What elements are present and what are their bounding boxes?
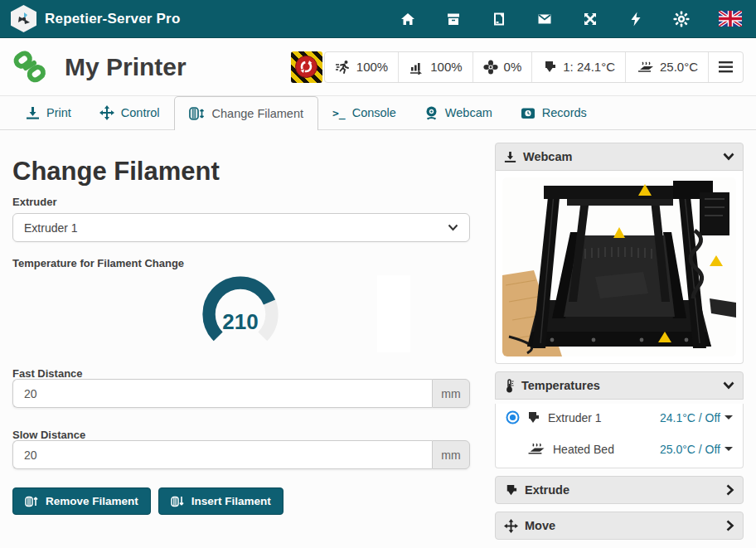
printer-connected-icon	[12, 50, 48, 85]
brand-home-link[interactable]: Repetier-Server Pro	[0, 5, 180, 32]
webcam-panel: Webcam	[495, 143, 744, 364]
chevron-right-icon	[726, 520, 734, 531]
bed-temp-row: Heated Bed 25.0°C / Off	[496, 435, 743, 463]
move-panel-header[interactable]: Move	[495, 512, 744, 540]
temperatures-panel-body: Extruder 1 24.1°C / Off Heated Bed	[495, 404, 744, 468]
slow-distance-group: mm	[12, 440, 470, 469]
speed-value: 100%	[356, 60, 388, 74]
page-title: Change Filament	[12, 157, 220, 187]
temperature-label: Temperature for Filament Change	[12, 257, 184, 269]
fan-icon	[483, 60, 498, 75]
navbar-menu	[400, 11, 756, 27]
extrude-panel-header[interactable]: Extrude	[495, 476, 744, 504]
gauge-value: 210	[189, 309, 292, 335]
tab-console[interactable]: >_ Console	[318, 96, 410, 129]
slow-distance-input[interactable]	[12, 440, 432, 469]
emergency-stop-button[interactable]	[291, 51, 322, 83]
filament-up-icon	[25, 494, 39, 508]
webcam-panel-header[interactable]: Webcam	[495, 143, 744, 171]
extruder-nozzle-icon	[526, 410, 540, 425]
extruder-nozzle-icon	[504, 483, 518, 497]
caret-down-icon	[724, 415, 733, 419]
printer-status-bar: 100% 100%	[324, 51, 744, 83]
slow-distance-unit: mm	[432, 440, 470, 469]
tab-print[interactable]: Print	[12, 96, 85, 129]
extruder-temp-value: 1: 24.1°C	[563, 60, 615, 74]
bed-temp-dropdown[interactable]: 25.0°C / Off	[660, 443, 733, 456]
extruder-label: Extruder	[12, 196, 56, 208]
flow-value: 100%	[430, 60, 462, 74]
fast-distance-unit: mm	[432, 379, 470, 408]
heated-bed-icon	[636, 60, 654, 75]
temperature-gauge[interactable]: 210	[189, 268, 292, 361]
filament-down-icon	[171, 494, 185, 508]
chevron-down-icon	[723, 153, 734, 161]
fan-value: 0%	[504, 60, 522, 74]
extruder-nozzle-icon	[542, 60, 557, 75]
temperatures-panel-header[interactable]: Temperatures	[495, 371, 744, 400]
tab-control[interactable]: Control	[85, 96, 174, 129]
tab-change-filament[interactable]: Change Filament	[174, 96, 318, 130]
heated-bed-icon	[526, 441, 545, 457]
extruder-temp-dropdown[interactable]: 24.1°C / Off	[660, 411, 733, 424]
fast-distance-input[interactable]	[12, 379, 432, 408]
extruder-select[interactable]: Extruder 1	[12, 213, 470, 242]
printer-menu-button[interactable]	[709, 52, 743, 82]
emergency-stop-icon	[295, 56, 317, 78]
speed-runner-icon	[335, 60, 351, 75]
fan-status[interactable]: 0%	[473, 52, 533, 82]
console-icon: >_	[332, 107, 346, 119]
bed-temp-status[interactable]: 25.0°C	[626, 52, 709, 82]
bed-temp-value: 25.0°C	[660, 60, 698, 74]
move-arrows-icon	[504, 519, 518, 533]
insert-filament-button[interactable]: Insert Filament	[158, 487, 284, 515]
tab-records[interactable]: Records	[506, 96, 601, 129]
extruder-name: Extruder 1	[548, 411, 602, 424]
flow-multiplier[interactable]: 100%	[399, 52, 472, 82]
move-panel: Move	[495, 512, 744, 540]
chevron-right-icon	[726, 484, 734, 496]
printer-tabbar: Print Control Change Filament >_ Console	[0, 96, 756, 130]
fullscreen-icon[interactable]	[582, 11, 598, 27]
extruder-temp-row: Extruder 1 24.1°C / Off	[496, 404, 743, 431]
fast-distance-group: mm	[12, 379, 470, 408]
extruder-temp-status[interactable]: 1: 24.1°C	[532, 52, 626, 82]
connection-icon[interactable]	[628, 11, 644, 27]
extruder-radio-icon[interactable]	[506, 410, 520, 424]
bed-name: Heated Bed	[553, 443, 614, 456]
repetier-server-window: Repetier-Server Pro	[0, 0, 756, 548]
hamburger-menu-icon	[719, 61, 733, 73]
language-flag-uk-icon[interactable]	[719, 11, 742, 27]
thermometer-icon	[504, 379, 515, 393]
chevron-down-icon	[723, 381, 734, 390]
brand-name: Repetier-Server Pro	[45, 11, 180, 27]
select-chevron-down-icon	[448, 224, 458, 231]
gauge-slider-placeholder	[377, 275, 410, 352]
fast-distance-label: Fast Distance	[12, 367, 83, 380]
printer-header: My Printer 100	[0, 38, 756, 96]
extruder-select-value: Extruder 1	[24, 221, 78, 235]
right-sidebar: Webcam	[495, 143, 744, 547]
printer-title: My Printer	[65, 53, 187, 81]
speed-multiplier[interactable]: 100%	[325, 52, 399, 82]
temperatures-panel: Temperatures Extruder 1	[495, 371, 744, 468]
flow-bars-icon	[409, 60, 424, 75]
gcode-storage-icon[interactable]	[445, 11, 462, 27]
printer-icon	[504, 151, 516, 163]
top-navbar: Repetier-Server Pro	[0, 0, 756, 38]
projects-icon[interactable]	[491, 11, 507, 27]
extrude-panel: Extrude	[495, 476, 744, 504]
remove-filament-button[interactable]: Remove Filament	[12, 487, 151, 515]
webcam-image	[502, 177, 736, 356]
home-icon[interactable]	[400, 11, 416, 27]
slow-distance-label: Slow Distance	[12, 429, 85, 441]
repetier-logo-icon	[11, 5, 36, 32]
tab-webcam[interactable]: Webcam	[410, 96, 506, 129]
caret-down-icon	[724, 447, 733, 451]
settings-gear-icon[interactable]	[673, 11, 690, 27]
messages-icon[interactable]	[536, 11, 553, 27]
